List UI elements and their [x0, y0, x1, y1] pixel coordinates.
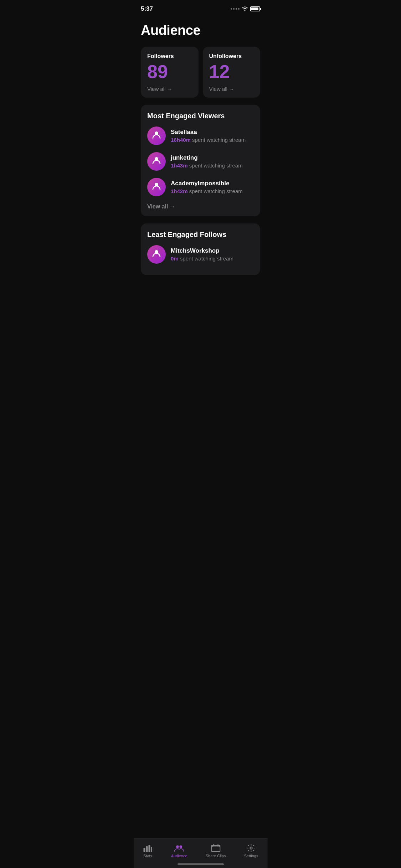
unfollowers-label: Unfollowers: [209, 53, 254, 60]
followers-card: Followers 89 View all →: [141, 47, 199, 98]
page-title: Audience: [141, 23, 260, 38]
least-engaged-title: Least Engaged Follows: [147, 231, 254, 239]
time-label: spent watching stream: [180, 255, 233, 262]
unfollowers-view-all[interactable]: View all →: [209, 86, 254, 92]
most-engaged-card: Most Engaged Viewers Satellaaa 16h40m sp…: [141, 105, 260, 216]
list-item: junketing 1h43m spent watching stream: [147, 152, 254, 171]
battery-icon: [250, 6, 260, 11]
viewer-info: MitchsWorkshop 0m spent watching stream: [171, 247, 254, 262]
time-value: 1h43m: [171, 162, 188, 169]
time-label: spent watching stream: [189, 188, 243, 194]
user-icon: [152, 181, 161, 193]
time-label: spent watching stream: [192, 137, 246, 143]
list-item: AcademyImpossible 1h42m spent watching s…: [147, 178, 254, 196]
avatar: [147, 126, 166, 145]
wifi-icon: [242, 6, 248, 11]
most-engaged-title: Most Engaged Viewers: [147, 112, 254, 120]
list-item: MitchsWorkshop 0m spent watching stream: [147, 245, 254, 264]
most-engaged-view-all[interactable]: View all →: [147, 203, 254, 210]
status-icons: [231, 6, 260, 11]
stats-row: Followers 89 View all → Unfollowers 12 V…: [141, 47, 260, 98]
avatar: [147, 245, 166, 264]
viewer-info: junketing 1h43m spent watching stream: [171, 154, 254, 169]
page-content: Audience Followers 89 View all → Unfollo…: [134, 16, 267, 275]
unfollowers-card: Unfollowers 12 View all →: [203, 47, 261, 98]
viewer-info: AcademyImpossible 1h42m spent watching s…: [171, 180, 254, 194]
viewer-name: junketing: [171, 154, 254, 161]
status-bar: 5:37: [134, 0, 267, 16]
avatar: [147, 152, 166, 171]
time-value: 1h42m: [171, 188, 188, 194]
user-icon: [152, 130, 161, 141]
time-label: spent watching stream: [189, 162, 243, 169]
viewer-name: AcademyImpossible: [171, 180, 254, 187]
followers-view-all[interactable]: View all →: [147, 86, 192, 92]
list-item: Satellaaa 16h40m spent watching stream: [147, 126, 254, 145]
time-value: 16h40m: [171, 137, 191, 143]
followers-value: 89: [147, 62, 192, 81]
least-engaged-card: Least Engaged Follows MitchsWorkshop 0m …: [141, 223, 260, 275]
viewer-time: 0m spent watching stream: [171, 255, 254, 262]
viewer-info: Satellaaa 16h40m spent watching stream: [171, 129, 254, 143]
user-icon: [152, 249, 161, 260]
viewer-time: 16h40m spent watching stream: [171, 137, 254, 143]
user-icon: [152, 156, 161, 167]
signal-icon: [231, 8, 240, 10]
viewer-name: Satellaaa: [171, 129, 254, 136]
avatar: [147, 178, 166, 196]
status-time: 5:37: [141, 5, 153, 12]
unfollowers-value: 12: [209, 62, 254, 81]
followers-label: Followers: [147, 53, 192, 60]
viewer-time: 1h42m spent watching stream: [171, 188, 254, 194]
viewer-name: MitchsWorkshop: [171, 247, 254, 254]
time-value: 0m: [171, 255, 179, 262]
viewer-time: 1h43m spent watching stream: [171, 162, 254, 169]
